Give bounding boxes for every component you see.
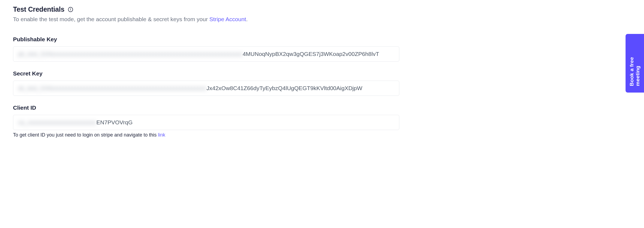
- publishable-key-blurred: pk_test_51Nxxxxxxxxxxxxxxxxxxxxxxxxxxxxx…: [18, 51, 243, 57]
- client-id-helper-prefix: To get client ID you just need to login …: [13, 132, 158, 138]
- secret-key-label: Secret Key: [13, 70, 399, 77]
- client-id-label: Client ID: [13, 104, 399, 111]
- client-id-helper: To get client ID you just need to login …: [13, 132, 399, 138]
- client-id-input[interactable]: ca_xxxxxxxxxxxxxxxxxxxxxxxEN7PVOVrqG: [13, 115, 399, 130]
- secret-key-visible: Jx42xOw8C41Z66dyTyEybzQ4lUgQEGT9kKVltd00…: [206, 85, 362, 91]
- svg-point-2: [71, 8, 71, 9]
- subtitle-prefix: To enable the test mode, get the account…: [13, 16, 209, 22]
- section-title: Test Credentials: [13, 5, 64, 13]
- client-id-blurred: ca_xxxxxxxxxxxxxxxxxxxxxxx: [18, 119, 96, 126]
- section-subtitle: To enable the test mode, get the account…: [13, 16, 399, 23]
- publishable-key-input[interactable]: pk_test_51Nxxxxxxxxxxxxxxxxxxxxxxxxxxxxx…: [13, 46, 399, 62]
- publishable-key-group: Publishable Key pk_test_51Nxxxxxxxxxxxxx…: [13, 36, 399, 62]
- info-icon[interactable]: [68, 7, 74, 12]
- publishable-key-label: Publishable Key: [13, 36, 399, 43]
- section-header: Test Credentials: [13, 5, 399, 13]
- client-id-visible: EN7PVOVrqG: [96, 119, 132, 126]
- secret-key-blurred: sk_test_51Nxxxxxxxxxxxxxxxxxxxxxxxxxxxxx…: [18, 85, 206, 91]
- client-id-group: Client ID ca_xxxxxxxxxxxxxxxxxxxxxxxEN7P…: [13, 104, 399, 138]
- secret-key-input[interactable]: sk_test_51Nxxxxxxxxxxxxxxxxxxxxxxxxxxxxx…: [13, 81, 399, 96]
- client-id-helper-link[interactable]: link: [158, 132, 165, 138]
- stripe-account-link[interactable]: Stripe Account: [209, 16, 246, 22]
- book-meeting-button[interactable]: Book a free meeting: [626, 34, 644, 93]
- secret-key-group: Secret Key sk_test_51Nxxxxxxxxxxxxxxxxxx…: [13, 70, 399, 96]
- subtitle-suffix: .: [246, 16, 248, 22]
- publishable-key-visible: 4MUNoqNypBX2qw3gQGES7j3WKoap2v00ZP6h8lvT: [243, 51, 379, 57]
